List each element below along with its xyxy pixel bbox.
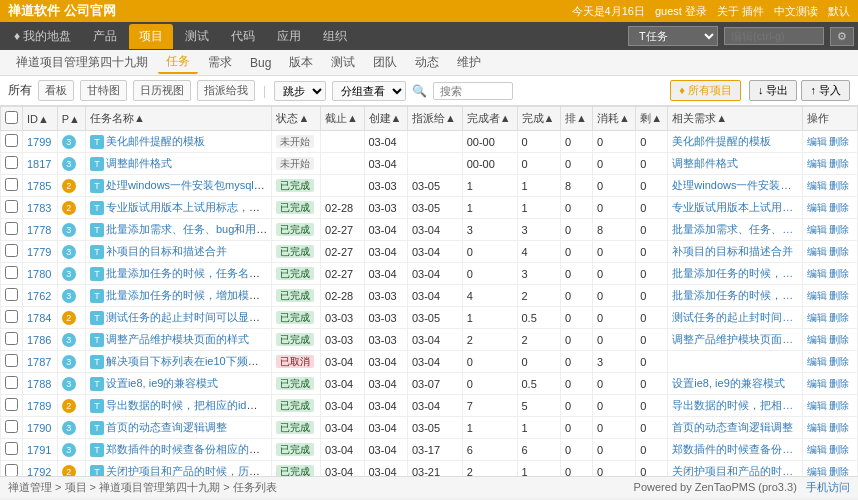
task-select[interactable]: T任务 xyxy=(628,26,718,46)
row-related[interactable]: 调整产品维护模块页面的样式 xyxy=(668,329,803,351)
row-related[interactable]: 专业版试用版本上试用标志 xyxy=(668,197,803,219)
import-btn[interactable]: ↑ 导入 xyxy=(801,80,850,101)
edit-link[interactable]: 编辑 xyxy=(807,444,827,455)
col-id[interactable]: ID▲ xyxy=(23,107,58,131)
sub-nav-requirement[interactable]: 需求 xyxy=(200,52,240,73)
group-select[interactable]: 分组查看 xyxy=(332,81,406,101)
nav-app[interactable]: 应用 xyxy=(267,24,311,49)
sub-nav-testcase[interactable]: 测试 xyxy=(323,52,363,73)
sub-nav-project[interactable]: 禅道项目管理第四十九期 xyxy=(8,52,156,73)
sub-nav-dynamic[interactable]: 动态 xyxy=(407,52,447,73)
sub-nav-bug[interactable]: Bug xyxy=(242,54,279,72)
nav-org[interactable]: 组织 xyxy=(313,24,357,49)
row-name[interactable]: T调整邮件格式 xyxy=(85,153,272,175)
row-name[interactable]: T测试任务的起止封时间可以显示一天 xyxy=(85,307,272,329)
row-checkbox[interactable] xyxy=(1,439,23,461)
row-checkbox[interactable] xyxy=(1,351,23,373)
delete-link[interactable]: 删除 xyxy=(829,136,849,147)
row-checkbox[interactable] xyxy=(1,131,23,153)
edit-link[interactable]: 编辑 xyxy=(807,268,827,279)
task-name-link[interactable]: 批量添加需求、任务、bug和用例的行为处理 xyxy=(106,223,272,235)
row-checkbox[interactable] xyxy=(1,263,23,285)
task-name-link[interactable]: 测试任务的起止封时间可以显示一天 xyxy=(106,311,272,323)
task-name-link[interactable]: 导出数据的时候，把相应的id都都带上。 xyxy=(106,399,272,411)
row-checkbox[interactable] xyxy=(1,373,23,395)
task-name-link[interactable]: 调整产品维护模块页面的样式 xyxy=(106,333,249,345)
row-checkbox[interactable] xyxy=(1,395,23,417)
row-name[interactable]: T批量添加需求、任务、bug和用例的行为处理 xyxy=(85,219,272,241)
delete-link[interactable]: 删除 xyxy=(829,422,849,433)
row-name[interactable]: T解决项目下标列表在ie10下频繁看无法输入数据 xyxy=(85,351,272,373)
settings-btn[interactable]: ⚙ xyxy=(830,27,854,46)
top-menu-1[interactable]: 关于 插件 xyxy=(717,4,764,19)
row-related[interactable]: 测试任务的起止封时间可以显示一天 xyxy=(668,307,803,329)
col-finisher[interactable]: 完成者▲ xyxy=(462,107,517,131)
row-name[interactable]: T美化邮件提醒的模板 xyxy=(85,131,272,153)
delete-link[interactable]: 删除 xyxy=(829,202,849,213)
row-checkbox[interactable] xyxy=(1,153,23,175)
shortcut-search[interactable] xyxy=(724,27,824,45)
task-name-link[interactable]: 解决项目下标列表在ie10下频繁看无法输入数据 xyxy=(106,355,272,367)
row-checkbox[interactable] xyxy=(1,175,23,197)
edit-link[interactable]: 编辑 xyxy=(807,400,827,411)
nav-code[interactable]: 代码 xyxy=(221,24,265,49)
row-related[interactable]: 导出数据的时候，把相应id都都带上 xyxy=(668,395,803,417)
col-related[interactable]: 相关需求▲ xyxy=(668,107,803,131)
row-related[interactable] xyxy=(668,351,803,373)
row-name[interactable]: T导出数据的时候，把相应的id都都带上。 xyxy=(85,395,272,417)
row-name[interactable]: T批量添加任务的时候，增加模块字段 xyxy=(85,285,272,307)
edit-link[interactable]: 编辑 xyxy=(807,180,827,191)
row-name[interactable]: T处理windows一件安装包mysql端口检测及连接创建问题 xyxy=(85,175,272,197)
edit-link[interactable]: 编辑 xyxy=(807,356,827,367)
row-name[interactable]: T首页的动态查询逻辑调整 xyxy=(85,417,272,439)
jump-select[interactable]: 跳步 xyxy=(274,81,326,101)
col-name[interactable]: 任务名称▲ xyxy=(85,107,272,131)
edit-link[interactable]: 编辑 xyxy=(807,158,827,169)
edit-link[interactable]: 编辑 xyxy=(807,224,827,235)
top-menu-3[interactable]: 默认 xyxy=(828,4,850,19)
task-name-link[interactable]: 设置ie8, ie9的兼容模式 xyxy=(106,377,218,389)
col-left[interactable]: 剩▲ xyxy=(636,107,668,131)
col-created[interactable]: 创建▲ xyxy=(364,107,407,131)
row-name[interactable]: T调整产品维护模块页面的样式 xyxy=(85,329,272,351)
row-name[interactable]: T补项目的目标和描述合并 xyxy=(85,241,272,263)
view-assigned[interactable]: 指派给我 xyxy=(197,80,255,101)
delete-link[interactable]: 删除 xyxy=(829,268,849,279)
row-checkbox[interactable] xyxy=(1,329,23,351)
edit-link[interactable]: 编辑 xyxy=(807,290,827,301)
row-name[interactable]: T批量添加任务的时候，任务名整理加需求功能 xyxy=(85,263,272,285)
nav-home[interactable]: ♦ 我的地盘 xyxy=(4,24,81,49)
row-checkbox[interactable] xyxy=(1,197,23,219)
col-status[interactable]: 状态▲ xyxy=(272,107,321,131)
edit-link[interactable]: 编辑 xyxy=(807,202,827,213)
sub-nav-version[interactable]: 版本 xyxy=(281,52,321,73)
delete-link[interactable]: 删除 xyxy=(829,378,849,389)
row-name[interactable]: T设置ie8, ie9的兼容模式 xyxy=(85,373,272,395)
delete-link[interactable]: 删除 xyxy=(829,312,849,323)
row-checkbox[interactable] xyxy=(1,417,23,439)
delete-link[interactable]: 删除 xyxy=(829,466,849,477)
delete-link[interactable]: 删除 xyxy=(829,334,849,345)
export-btn[interactable]: ↓ 导出 xyxy=(749,80,798,101)
col-assigned[interactable]: 指派给▲ xyxy=(407,107,462,131)
row-related[interactable]: 处理windows一件安装包mysql端口 xyxy=(668,175,803,197)
row-related[interactable]: 郑数插件的时候查备份相应的的查表 xyxy=(668,439,803,461)
edit-link[interactable]: 编辑 xyxy=(807,466,827,477)
sub-nav-maintain[interactable]: 维护 xyxy=(449,52,489,73)
col-deadline[interactable]: 截止▲ xyxy=(321,107,364,131)
row-checkbox[interactable] xyxy=(1,285,23,307)
task-name-link[interactable]: 专业版试用版本上试用标志，并提示过期时限 xyxy=(106,201,272,213)
view-gantt[interactable]: 甘特图 xyxy=(80,80,127,101)
all-projects-btn[interactable]: ♦ 所有项目 xyxy=(670,80,741,101)
delete-link[interactable]: 删除 xyxy=(829,444,849,455)
nav-test[interactable]: 测试 xyxy=(175,24,219,49)
task-name-link[interactable]: 批量添加任务的时候，增加模块字段 xyxy=(106,289,272,301)
sub-nav-task[interactable]: 任务 xyxy=(158,51,198,74)
task-name-link[interactable]: 处理windows一件安装包mysql端口检测及连接创建问题 xyxy=(106,179,272,191)
row-checkbox[interactable] xyxy=(1,307,23,329)
col-done[interactable]: 完成▲ xyxy=(517,107,560,131)
row-checkbox[interactable] xyxy=(1,461,23,477)
col-priority[interactable]: P▲ xyxy=(57,107,85,131)
task-name-link[interactable]: 首页的动态查询逻辑调整 xyxy=(106,421,227,433)
select-all-checkbox[interactable] xyxy=(5,111,18,124)
